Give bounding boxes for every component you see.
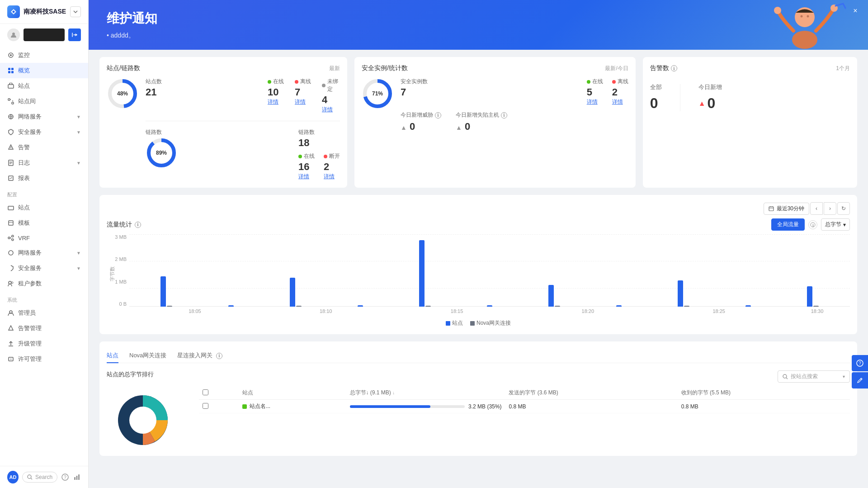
lost-hosts-value: ▲ 0 (456, 121, 507, 133)
time-prev-button[interactable]: ‹ (810, 202, 823, 215)
tab-nova-gateway[interactable]: Nova网关连接 (129, 349, 166, 363)
x-label-1825: 18:25 (653, 308, 784, 314)
security-online-detail-link[interactable]: 详情 (587, 98, 603, 106)
login-button[interactable] (68, 28, 81, 41)
site-total-value: 21 (146, 86, 245, 98)
alert-info-icon: ℹ (671, 65, 677, 71)
sidebar-item-label: 模板 (18, 219, 30, 227)
bar-group-1830 (781, 234, 845, 307)
sidebar-item-label: VRF (18, 235, 30, 242)
svg-point-46 (807, 15, 809, 17)
filter-placeholder: 按站点搜索 (791, 373, 818, 380)
total-bytes-value: 3.2 MB (35%) (468, 403, 501, 410)
alert-icon (7, 144, 14, 151)
sidebar-item-config-sites[interactable]: 站点 (0, 200, 88, 215)
table-title-label: 站点的总字节排行 (107, 370, 188, 379)
svg-point-43 (774, 7, 781, 14)
site-unbound-detail-link[interactable]: 详情 (322, 106, 340, 114)
sidebar-item-config-network[interactable]: 网络服务 ▼ (0, 245, 88, 261)
sidebar-item-admin[interactable]: 管理员 (0, 305, 88, 321)
col-total-bytes[interactable]: 总字节↓ (9.1 MB) ↓ (346, 386, 505, 400)
link-offline-detail-link[interactable]: 详情 (324, 173, 340, 180)
chevron-down-icon: ▼ (76, 251, 81, 256)
sidebar-item-vrf[interactable]: VRF (0, 231, 88, 245)
sidebar-item-network-service[interactable]: 网络服务 ▼ (0, 109, 88, 124)
sidebar-item-alerts[interactable]: 告警 (0, 140, 88, 155)
security-offline-detail-link[interactable]: 详情 (612, 98, 628, 106)
legend-site-dot (446, 321, 450, 326)
svg-rect-4 (11, 68, 14, 70)
global-traffic-button[interactable]: 全局流量 (771, 218, 805, 231)
tab-star-access[interactable]: 星连接入网关 ℹ (177, 349, 222, 363)
select-all-checkbox[interactable] (203, 389, 208, 395)
security-offline-value: 2 (612, 86, 628, 98)
sidebar-item-reports[interactable]: 报表 (0, 171, 88, 186)
notification-title: 维护通知 (107, 10, 850, 27)
threats-stat: 今日新增威胁 ℹ ▲ 0 (401, 111, 441, 133)
bar-site (548, 285, 554, 307)
col-site[interactable]: 站点 (239, 386, 346, 400)
sidebar-item-upgrade[interactable]: 升级管理 (0, 336, 88, 351)
sidebar-item-site-between[interactable]: 站点间 (0, 94, 88, 109)
sidebar-item-license[interactable]: 许可管理 (0, 351, 88, 367)
sidebar-item-tenant[interactable]: 租户参数 (0, 276, 88, 291)
chart-legend: 站点 Nova网关连接 (107, 319, 850, 327)
sidebar-item-logs[interactable]: 日志 ▼ (0, 155, 88, 171)
sidebar-item-label: 租户参数 (18, 280, 42, 288)
flow-info-icon[interactable]: ℹ (808, 220, 817, 229)
col-sent-bytes[interactable]: 发送的字节 (3.6 MB) (505, 386, 677, 400)
link-offline-dot (324, 155, 327, 158)
pie-chart (107, 384, 179, 447)
security-total-label: 安全实例数 (401, 78, 565, 85)
site-offline-detail-link[interactable]: 详情 (295, 98, 313, 106)
bar-group-1810 (263, 234, 328, 307)
col-received-bytes[interactable]: 收到的字节 (5.5 MB) (678, 386, 850, 400)
sidebar-item-overview[interactable]: 概览 (0, 63, 88, 78)
svg-rect-39 (76, 476, 78, 480)
row-select-checkbox[interactable] (203, 403, 208, 409)
x-label-1805: 18:05 (129, 308, 260, 314)
legend-nova-dot (470, 321, 475, 326)
time-refresh-button[interactable]: ↻ (837, 202, 850, 215)
notification-illustration (760, 0, 850, 50)
username-field[interactable] (24, 28, 65, 41)
stats-icon[interactable] (73, 473, 81, 482)
security-stats-header: 安全实例/统计数 最新/今日 (362, 64, 628, 72)
help-button[interactable]: ? (852, 355, 868, 371)
edit-button[interactable] (852, 372, 868, 389)
site-online-detail-link[interactable]: 详情 (268, 98, 286, 106)
site-search-input[interactable]: 按站点搜索 ▾ (778, 370, 850, 383)
sidebar-item-sites[interactable]: 站点 (0, 78, 88, 94)
sidebar-item-config-security[interactable]: 安全服务 ▼ (0, 261, 88, 276)
sidebar-item-alert-mgmt[interactable]: 告警管理 (0, 321, 88, 336)
row-received-bytes: 0.8 MB (678, 400, 850, 413)
row-sent-bytes: 0.8 MB (505, 400, 677, 413)
sidebar-item-label: 升级管理 (18, 340, 42, 348)
time-next-button[interactable]: › (824, 202, 836, 215)
notification-close-button[interactable]: × (850, 5, 861, 16)
svg-rect-5 (8, 71, 10, 73)
admin-icon (7, 309, 14, 317)
help-icon[interactable]: ? (61, 473, 69, 482)
x-label-1830: 18:30 (784, 308, 850, 314)
search-box[interactable]: Search (22, 472, 57, 483)
tab-sites[interactable]: 站点 (107, 349, 118, 363)
col-checkbox (199, 386, 239, 400)
sidebar-item-label: 安全服务 (18, 264, 42, 272)
link-online-detail-link[interactable]: 详情 (298, 173, 315, 180)
link-online-dot (298, 155, 302, 158)
sidebar-item-label: 许可管理 (18, 355, 42, 363)
lost-hosts-prefix: ▲ (456, 124, 462, 131)
site-icon (7, 82, 14, 90)
monitor-icon (7, 52, 14, 59)
sidebar-collapse-button[interactable] (70, 6, 81, 17)
threats-info-icon: ℹ (435, 112, 441, 118)
bar-site (678, 280, 683, 307)
sidebar-item-monitor[interactable]: 监控 (0, 47, 88, 63)
security-total-value: 7 (401, 86, 565, 98)
metric-dropdown[interactable]: 总字节 ▾ (821, 218, 850, 231)
security-online-value: 5 (587, 86, 603, 98)
sidebar-item-templates[interactable]: 模板 (0, 215, 88, 231)
sidebar-item-label: 网络服务 (18, 249, 42, 257)
sidebar-item-security-service[interactable]: 安全服务 ▼ (0, 124, 88, 140)
